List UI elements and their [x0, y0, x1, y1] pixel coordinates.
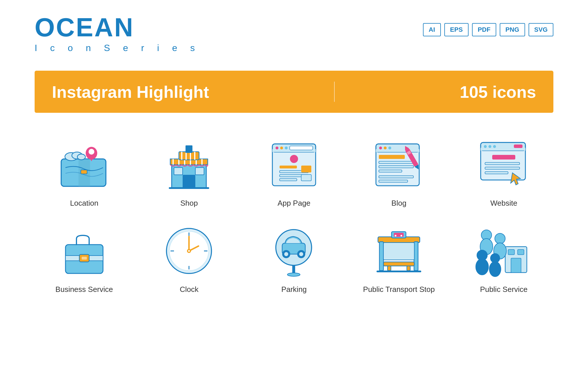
format-badge-eps[interactable]: EPS: [444, 23, 469, 36]
format-badge-pdf[interactable]: PDF: [472, 23, 496, 36]
clock-icon: [157, 222, 221, 280]
brand-subtitle: I c o n S e r i e s: [35, 43, 200, 53]
svg-point-21: [276, 147, 278, 149]
format-badges: AI EPS PDF PNG SVG: [423, 23, 553, 36]
brand: OCEAN I c o n S e r i e s: [35, 14, 200, 53]
banner-title: Instagram Highlight: [52, 82, 209, 102]
svg-rect-57: [485, 167, 520, 169]
svg-point-53: [493, 145, 496, 148]
svg-rect-90: [383, 262, 414, 266]
svg-rect-83: [379, 242, 383, 271]
svg-point-51: [484, 145, 487, 148]
icon-item-location: Location: [35, 136, 134, 208]
icon-item-public-service: Public Service: [454, 222, 553, 294]
svg-rect-41: [379, 170, 402, 172]
svg-point-7: [89, 149, 94, 155]
svg-rect-96: [518, 250, 524, 255]
svg-rect-95: [508, 250, 514, 255]
svg-rect-91: [387, 266, 391, 271]
svg-rect-9: [81, 170, 87, 174]
icon-item-website: Website: [454, 136, 553, 208]
svg-point-79: [299, 252, 303, 256]
svg-rect-58: [485, 172, 508, 174]
svg-rect-40: [379, 166, 413, 168]
icon-item-public-transport-stop: Public Transport Stop: [349, 222, 449, 294]
icon-item-app-page: App Page: [244, 136, 344, 208]
svg-point-52: [488, 145, 491, 148]
icon-item-parking: Parking: [244, 222, 344, 294]
icon-item-blog: Blog: [349, 136, 449, 208]
svg-rect-97: [511, 258, 521, 273]
format-badge-svg[interactable]: SVG: [529, 23, 553, 36]
svg-rect-16: [186, 145, 192, 153]
svg-rect-55: [492, 155, 515, 160]
svg-rect-26: [280, 166, 297, 168]
blog-label: Blog: [392, 199, 407, 208]
svg-rect-12: [174, 168, 183, 175]
svg-point-102: [495, 233, 505, 244]
format-badge-png[interactable]: PNG: [500, 23, 525, 36]
svg-point-105: [489, 262, 501, 277]
svg-point-37: [388, 147, 391, 149]
parking-label: Parking: [281, 285, 307, 294]
svg-point-81: [287, 273, 300, 276]
svg-rect-43: [379, 180, 408, 182]
svg-rect-30: [301, 166, 311, 172]
website-icon: [472, 136, 535, 194]
brand-title: OCEAN: [35, 14, 200, 40]
svg-rect-34: [376, 149, 419, 152]
app-page-icon: [262, 136, 326, 194]
svg-rect-63: [82, 257, 87, 260]
banner-count: 105 icons: [460, 82, 536, 102]
svg-rect-42: [379, 176, 413, 178]
icon-item-shop: Shop: [140, 136, 239, 208]
shop-icon: [157, 136, 221, 194]
app-page-label: App Page: [278, 199, 310, 208]
svg-point-36: [384, 147, 387, 149]
clock-label: Clock: [180, 285, 199, 294]
svg-point-35: [379, 147, 382, 149]
blog-icon: [367, 136, 431, 194]
parking-icon: [262, 222, 326, 280]
svg-rect-50: [481, 148, 525, 151]
svg-point-22: [280, 147, 283, 149]
svg-rect-84: [414, 242, 418, 271]
format-badge-ai[interactable]: AI: [423, 23, 441, 36]
svg-rect-31: [301, 175, 311, 181]
icons-grid: Location: [0, 121, 588, 308]
svg-rect-39: [379, 161, 413, 164]
svg-rect-29: [280, 179, 297, 181]
svg-rect-24: [290, 146, 313, 150]
icon-item-business-service: Business Service: [35, 222, 134, 294]
public-service-label: Public Service: [480, 285, 528, 294]
svg-rect-85: [383, 243, 414, 260]
svg-point-73: [188, 250, 190, 252]
icon-item-clock: Clock: [140, 222, 239, 294]
svg-point-101: [476, 259, 488, 275]
public-transport-stop-icon: [367, 222, 431, 280]
business-service-label: Business Service: [55, 285, 113, 294]
location-icon: [53, 136, 116, 194]
svg-point-88: [395, 235, 396, 237]
banner: Instagram Highlight 105 icons: [35, 71, 553, 113]
svg-rect-92: [407, 266, 410, 271]
banner-divider: [334, 82, 335, 102]
public-transport-stop-label: Public Transport Stop: [363, 285, 435, 294]
svg-rect-54: [514, 145, 523, 148]
svg-rect-11: [183, 175, 195, 188]
svg-point-25: [290, 155, 298, 163]
svg-rect-38: [379, 155, 405, 159]
website-label: Website: [490, 199, 517, 208]
svg-rect-56: [485, 162, 520, 165]
business-service-icon: [53, 222, 116, 280]
header: OCEAN I c o n S e r i e s AI EPS PDF PNG…: [0, 0, 588, 62]
svg-point-89: [400, 235, 402, 237]
svg-rect-17: [169, 187, 209, 189]
location-label: Location: [70, 199, 98, 208]
svg-point-77: [284, 252, 288, 256]
svg-point-23: [285, 147, 288, 149]
shop-label: Shop: [180, 199, 198, 208]
svg-point-5: [77, 154, 85, 160]
public-service-icon: [472, 222, 535, 280]
svg-rect-93: [377, 271, 421, 272]
